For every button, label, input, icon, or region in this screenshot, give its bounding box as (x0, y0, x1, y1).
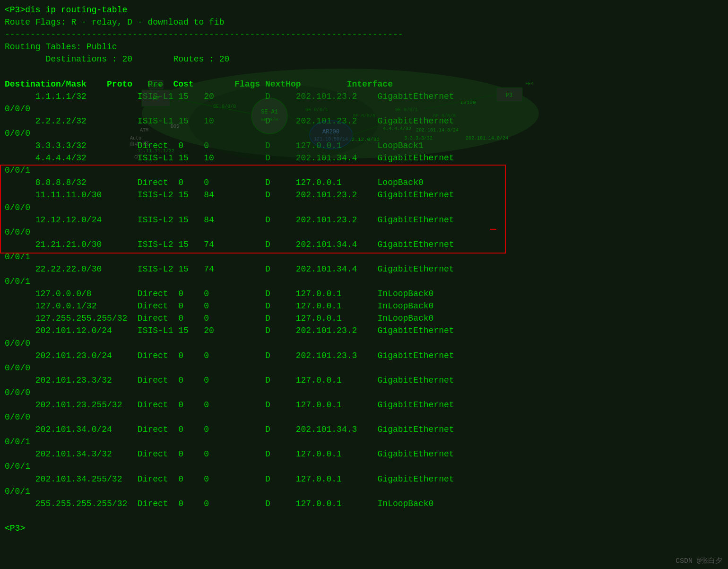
route-row-20: 255.255.255.255/32 Direct 0 0 D 127.0.0.… (5, 498, 723, 510)
terminal: <P3>dis ip routing-table Route Flags: R … (0, 0, 728, 569)
route-row-4b: 0/0/1 (5, 164, 723, 176)
route-row-1b: 0/0/0 (5, 103, 723, 115)
route-row-18: 202.101.34.3/32 Direct 0 0 D 127.0.0.1 G… (5, 448, 723, 460)
route-row-14b: 0/0/0 (5, 362, 723, 374)
route-row-13b: 0/0/0 (5, 337, 723, 350)
route-row-16b: 0/0/0 (5, 411, 723, 423)
route-row-2: 2.2.2.2/32 ISIS-L1 15 10 D 202.101.23.2 … (5, 115, 723, 127)
blank-line (5, 65, 723, 78)
route-row-4: 4.4.4.4/32 ISIS-L1 15 10 D 202.101.34.4 … (5, 152, 723, 164)
route-row-8: 21.21.21.0/30 ISIS-L2 15 74 D 202.101.34… (5, 238, 723, 251)
route-row-13: 202.101.12.0/24 ISIS-L1 15 20 D 202.101.… (5, 324, 723, 337)
route-row-7b: 0/0/0 (5, 226, 723, 238)
route-row-8b: 0/0/1 (5, 251, 723, 263)
blank-line-2 (5, 510, 723, 522)
route-row-11: 127.0.0.1/32 Direct 0 0 D 127.0.0.1 InLo… (5, 300, 723, 312)
route-row-18b: 0/0/1 (5, 460, 723, 473)
route-row-5: 8.8.8.8/32 Direct 0 0 D 127.0.0.1 LoopBa… (5, 176, 723, 189)
route-flags: Route Flags: R - relay, D - download to … (5, 16, 723, 28)
command-line: <P3>dis ip routing-table (5, 4, 723, 16)
route-row-19: 202.101.34.255/32 Direct 0 0 D 127.0.0.1… (5, 473, 723, 485)
route-row-16: 202.101.23.255/32 Direct 0 0 D 127.0.0.1… (5, 399, 723, 411)
route-row-6: 11.11.11.0/30 ISIS-L2 15 84 D 202.101.23… (5, 189, 723, 201)
route-row-10: 127.0.0.0/8 Direct 0 0 D 127.0.0.1 InLoo… (5, 288, 723, 300)
route-row-14: 202.101.23.0/24 Direct 0 0 D 202.101.23.… (5, 350, 723, 362)
separator: ----------------------------------------… (5, 28, 723, 41)
routing-tables-label: Routing Tables: Public (5, 41, 723, 53)
route-row-19b: 0/0/1 (5, 485, 723, 498)
route-row-15: 202.101.23.3/32 Direct 0 0 D 127.0.0.1 G… (5, 374, 723, 386)
red-dash-decoration: — (490, 224, 496, 236)
route-row-9: 22.22.22.0/30 ISIS-L2 15 74 D 202.101.34… (5, 263, 723, 275)
route-row-17b: 0/0/1 (5, 436, 723, 448)
route-row-1: 1.1.1.1/32 ISIS-L1 15 20 D 202.101.23.2 … (5, 90, 723, 103)
table-header: Destination/Mask Proto Pre Cost Flags Ne… (5, 78, 723, 90)
destinations-count: Destinations : 20 Routes : 20 (5, 53, 723, 65)
route-row-7: 12.12.12.0/24 ISIS-L2 15 84 D 202.101.23… (5, 214, 723, 226)
route-row-17: 202.101.34.0/24 Direct 0 0 D 202.101.34.… (5, 423, 723, 436)
route-row-2b: 0/0/0 (5, 127, 723, 140)
route-row-15b: 0/0/0 (5, 386, 723, 399)
watermark: CSDN @张白夕 (676, 556, 722, 565)
route-row-6b: 0/0/0 (5, 201, 723, 214)
route-row-9b: 0/0/1 (5, 275, 723, 288)
route-row-3: 3.3.3.3/32 Direct 0 0 D 127.0.0.1 LoopBa… (5, 140, 723, 152)
prompt-end: <P3> (5, 522, 723, 534)
route-row-12: 127.255.255.255/32 Direct 0 0 D 127.0.0.… (5, 312, 723, 324)
